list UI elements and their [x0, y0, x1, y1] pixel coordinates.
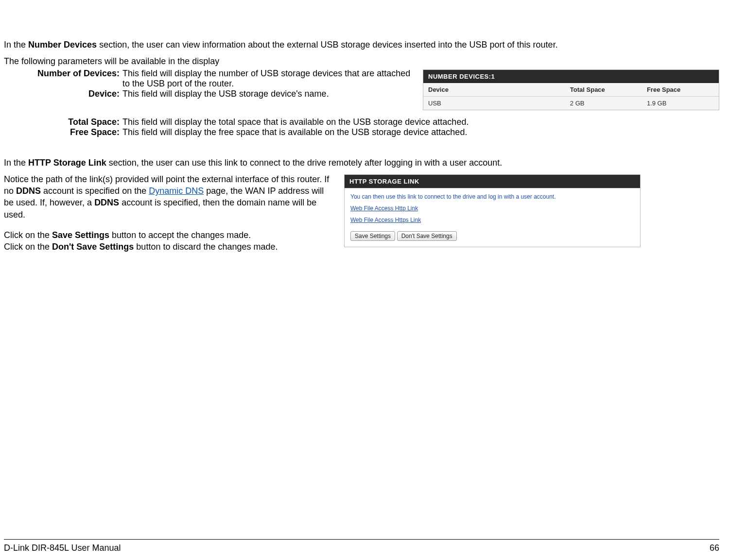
def-number-of-devices: Number of Devices: This field will displ… [4, 68, 413, 89]
defs-and-screenshot1: Number of Devices: This field will displ… [4, 68, 719, 110]
table-header-row: Device Total Space Free Space [423, 83, 719, 97]
panel1-title: NUMBER DEVICES:1 [423, 70, 719, 83]
table-row: USB 2 GB 1.9 GB [423, 96, 719, 110]
panel2-description: You can then use this link to connect to… [350, 193, 634, 200]
dont-save-settings-instruction: Click on the Don't Save Settings button … [4, 241, 334, 253]
footer-manual-title: D-Link DIR-845L User Manual [4, 543, 121, 553]
def-free-space: Free Space: This field will display the … [4, 127, 719, 137]
notice-and-screenshot2: Notice the path of the link(s) provided … [4, 173, 719, 258]
params-heading: The following parameters will be availab… [4, 55, 719, 67]
dont-save-settings-button[interactable]: Don't Save Settings [397, 231, 457, 241]
panel2-title: HTTP STORAGE LINK [345, 175, 640, 188]
footer-page-number: 66 [710, 543, 719, 553]
intro-http-storage-link: In the HTTP Storage Link section, the us… [4, 157, 719, 169]
screenshot-http-storage-link-panel: HTTP STORAGE LINK You can then use this … [344, 174, 641, 247]
web-file-access-https-link[interactable]: Web File Access Https Link [350, 217, 634, 223]
col-device: Device [423, 83, 565, 97]
notice-paragraph: Notice the path of the link(s) provided … [4, 173, 334, 221]
dynamic-dns-link[interactable]: Dynamic DNS [149, 186, 204, 196]
col-free-space: Free Space [642, 83, 719, 97]
page-footer: D-Link DIR-845L User Manual 66 [4, 543, 719, 553]
def-total-space: Total Space: This field will display the… [4, 117, 719, 127]
screenshot-number-devices-panel: NUMBER DEVICES:1 Device Total Space Free… [423, 69, 719, 110]
save-settings-instruction: Click on the Save Settings button to acc… [4, 229, 334, 241]
col-total-space: Total Space [565, 83, 642, 97]
footer-rule [4, 539, 719, 540]
web-file-access-http-link[interactable]: Web File Access Http Link [350, 205, 634, 212]
intro-number-devices: In the Number Devices section, the user … [4, 39, 719, 51]
save-settings-button[interactable]: Save Settings [350, 231, 395, 241]
def-device: Device: This field will display the USB … [4, 89, 413, 99]
panel1-table: Device Total Space Free Space USB 2 GB 1… [423, 83, 719, 110]
